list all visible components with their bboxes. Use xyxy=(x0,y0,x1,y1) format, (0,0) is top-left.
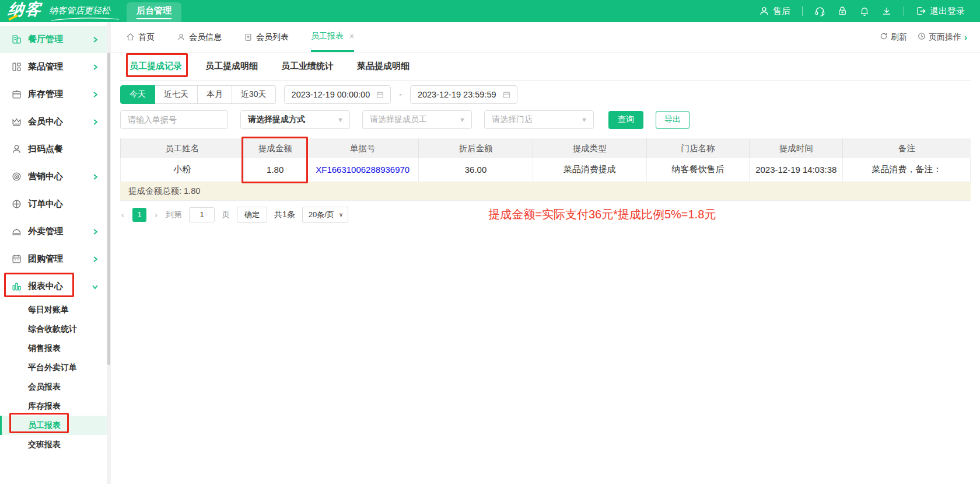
col-employee-name: 员工姓名 xyxy=(121,138,244,158)
date-from-input[interactable]: 2023-12-19 00:00:00 xyxy=(284,85,391,104)
sidebar-item-dishes[interactable]: 菜品管理 xyxy=(0,53,107,81)
sidebar-item-members[interactable]: 会员中心 xyxy=(0,108,107,135)
subtab-performance-stats[interactable]: 员工业绩统计 xyxy=(281,61,334,72)
tab-label: 会员列表 xyxy=(256,32,289,43)
range-30days-button[interactable]: 近30天 xyxy=(232,85,276,104)
person-icon xyxy=(10,144,22,155)
subtab-commission-detail[interactable]: 员工提成明细 xyxy=(205,61,258,72)
store-select[interactable]: 请选择门店 ▼ xyxy=(484,110,594,129)
report-content: 员工提成记录 员工提成明细 员工业绩统计 菜品提成明细 今天 近七天 本月 近3… xyxy=(111,53,980,223)
sidebar-item-group-buy[interactable]: 团购管理 xyxy=(0,245,107,273)
employee-select[interactable]: 请选择提成员工 ▼ xyxy=(362,110,472,129)
col-store-name: 门店名称 xyxy=(646,138,749,158)
range-month-button[interactable]: 本月 xyxy=(198,85,232,104)
tab-member-info[interactable]: 会员信息 xyxy=(177,22,222,52)
sidebar-subitem-member-report[interactable]: 会员报表 xyxy=(0,377,107,396)
cell-order-no-link[interactable]: XF16631006288936970 xyxy=(307,158,419,182)
sidebar-subitem-platform-takeout[interactable]: 平台外卖订单 xyxy=(0,358,107,377)
sidebar-subitem-label: 综合收款统计 xyxy=(28,324,77,335)
chevron-right-icon xyxy=(92,36,99,43)
refresh-label: 刷新 xyxy=(891,32,907,43)
sidebar-subitem-employee-report[interactable]: 员工报表 xyxy=(0,416,107,435)
logout-button[interactable]: 退出登录 xyxy=(916,6,965,17)
sidebar-item-scan-order[interactable]: 扫码点餐 xyxy=(0,135,107,163)
date-range-row: 今天 近七天 本月 近30天 2023-12-19 00:00:00 - 202… xyxy=(120,85,971,104)
goto-confirm-button[interactable]: 确定 xyxy=(237,207,267,223)
bell-icon[interactable] xyxy=(859,6,870,16)
brand-tagline-text: 纳客管店更轻松 xyxy=(49,5,110,16)
prev-page-button[interactable]: ‹ xyxy=(120,210,125,220)
sidebar-item-marketing[interactable]: 营销中心 xyxy=(0,163,107,190)
sidebar-subitem-sales-report[interactable]: 销售报表 xyxy=(0,339,107,358)
after-sales-label: 售后 xyxy=(773,6,790,17)
commission-type-select-value: 请选择提成方式 xyxy=(248,114,305,125)
goto-page-label: 到第 xyxy=(166,210,182,220)
chevron-down-icon: ▼ xyxy=(337,116,344,123)
sidebar-subitem-label: 会员报表 xyxy=(28,382,61,392)
next-page-button[interactable]: › xyxy=(153,210,159,220)
app-header: 纳客 纳客管店更轻松 后台管理 售后 xyxy=(0,0,980,22)
restaurant-icon xyxy=(10,34,22,46)
tab-member-list[interactable]: 会员列表 xyxy=(244,22,289,52)
sidebar-item-takeout[interactable]: 外卖管理 xyxy=(0,218,107,245)
download-icon[interactable] xyxy=(881,6,892,16)
calendar-icon xyxy=(10,253,22,265)
page-size-select[interactable]: 20条/页 ∨ xyxy=(302,207,348,223)
chevron-right-icon xyxy=(92,256,99,263)
close-icon[interactable]: × xyxy=(349,32,354,41)
chevron-down-icon: ▼ xyxy=(581,116,587,123)
sidebar-scrollbar-track[interactable] xyxy=(107,22,111,484)
box-icon xyxy=(10,89,22,100)
sidebar-subitem-label: 每日对账单 xyxy=(28,305,69,315)
lock-icon[interactable] xyxy=(837,6,848,16)
sidebar-item-inventory[interactable]: 库存管理 xyxy=(0,81,107,108)
sidebar-subitem-shift-report[interactable]: 交班报表 xyxy=(0,435,107,454)
sidebar-subitem-payment-stats[interactable]: 综合收款统计 xyxy=(0,319,107,339)
cloche-icon xyxy=(10,226,22,238)
sidebar-item-restaurant[interactable]: 餐厅管理 xyxy=(0,26,107,53)
cell-commission-time: 2023-12-19 14:03:38 xyxy=(750,158,843,182)
current-page-button[interactable]: 1 xyxy=(132,208,146,222)
sidebar-item-label: 订单中心 xyxy=(28,199,99,210)
admin-manage-tab[interactable]: 后台管理 xyxy=(127,2,181,22)
goto-page-input[interactable] xyxy=(189,207,215,222)
brand-logo-text: 纳客 xyxy=(7,1,43,18)
tab-home[interactable]: 首页 xyxy=(126,22,155,52)
logout-label: 退出登录 xyxy=(930,6,965,17)
order-no-input[interactable] xyxy=(120,110,228,129)
date-to-input[interactable]: 2023-12-19 23:59:59 xyxy=(410,85,517,104)
export-button[interactable]: 导出 xyxy=(656,111,690,129)
summary-row: 提成金额总额: 1.80 xyxy=(120,182,971,201)
sidebar-item-reports[interactable]: 报表中心 xyxy=(0,273,107,300)
col-commission-amount: 提成金额 xyxy=(244,138,307,158)
after-sales-button[interactable]: 售后 xyxy=(759,6,790,17)
page-ops-button[interactable]: 页面操作 › xyxy=(918,32,967,43)
sidebar-item-orders[interactable]: 订单中心 xyxy=(0,190,107,218)
sidebar-item-label: 营销中心 xyxy=(28,171,92,182)
sidebar-item-label: 会员中心 xyxy=(28,116,92,127)
cell-store-name: 纳客餐饮售后 xyxy=(646,158,749,182)
sidebar-subitem-daily-statement[interactable]: 每日对账单 xyxy=(0,300,107,319)
subtab-dish-commission-detail[interactable]: 菜品提成明细 xyxy=(357,61,410,72)
commission-type-select[interactable]: 请选择提成方式 ▼ xyxy=(240,110,350,129)
sidebar-subitem-inventory-report[interactable]: 库存报表 xyxy=(0,396,107,416)
active-indicator-bar xyxy=(0,416,2,435)
date-from-value: 2023-12-19 00:00:00 xyxy=(292,90,370,99)
clipboard-icon xyxy=(244,33,253,41)
header-left: 纳客 纳客管店更轻松 后台管理 xyxy=(0,0,181,22)
subtab-commission-records[interactable]: 员工提成记录 xyxy=(130,61,182,72)
page-ops-icon xyxy=(918,32,926,42)
range-today-button[interactable]: 今天 xyxy=(120,85,155,104)
chevron-right-icon xyxy=(92,173,99,180)
sidebar-scrollbar-thumb[interactable] xyxy=(107,53,110,365)
tab-employee-report[interactable]: 员工报表 × xyxy=(311,22,354,52)
range-7days-button[interactable]: 近七天 xyxy=(155,85,198,104)
summary-total-label: 提成金额总额: 1.80 xyxy=(128,186,200,197)
calendar-icon xyxy=(502,90,511,99)
cell-commission-amount: 1.80 xyxy=(244,158,307,182)
employee-select-value: 请选择提成员工 xyxy=(370,114,427,125)
headset-icon[interactable] xyxy=(814,6,825,17)
search-button[interactable]: 查询 xyxy=(608,111,643,129)
refresh-button[interactable]: 刷新 xyxy=(880,32,907,43)
person-icon xyxy=(177,33,186,41)
